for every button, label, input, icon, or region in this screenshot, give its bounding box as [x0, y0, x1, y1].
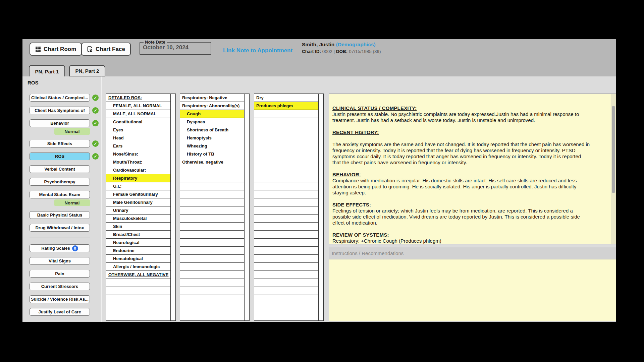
list-row-empty: [254, 126, 319, 134]
sidebar-row: Client Has Symptoms of✓: [30, 107, 99, 114]
list-row-empty: [106, 287, 171, 295]
list-row-hematological[interactable]: Hematological: [106, 255, 171, 263]
scrollbar[interactable]: [170, 94, 175, 320]
sidebar-item-rating-scales[interactable]: Rating Scales0: [30, 244, 90, 252]
list-row-empty: [180, 166, 245, 174]
list-row-empty: [180, 311, 245, 319]
note-date-value[interactable]: October 10, 2024: [143, 44, 211, 51]
list-row-respiratory-negative[interactable]: Respiratory: Negative: [180, 94, 245, 102]
list-row-male-genitourinary[interactable]: Male Genitourinary: [106, 198, 171, 206]
sidebar-item-basic-physical-status[interactable]: Basic Physical Status: [30, 211, 90, 219]
list-row-constitutional[interactable]: Constitutional: [106, 118, 171, 126]
list-row-neurological[interactable]: Neurological: [106, 239, 171, 247]
chart-face-button[interactable]: Chart Face: [81, 43, 131, 56]
list-row-empty: [254, 174, 319, 182]
list-row-head[interactable]: Head: [106, 134, 171, 142]
sidebar-item-side-effects[interactable]: Side Effects: [30, 140, 90, 147]
list-row-respiratory[interactable]: Respiratory: [106, 174, 171, 182]
sidebar-item-verbal-content[interactable]: Verbal Content: [30, 165, 90, 173]
list-row-empty: [180, 190, 245, 198]
note-date-field[interactable]: Note Date October 10, 2024: [140, 40, 211, 55]
list-row-hemoptysis[interactable]: Hemoptysis: [180, 134, 245, 142]
list-row-skin[interactable]: Skin: [106, 223, 171, 231]
note-section-body: Feelings of tension or anxiety; which Ju…: [332, 208, 591, 226]
list-row-empty: [254, 215, 319, 223]
chart-room-button[interactable]: Chart Room: [30, 43, 82, 56]
section-sidebar: Clinical Status / Complexi...✓Client Has…: [30, 94, 99, 316]
list-row-produces-phlegm[interactable]: Produces phlegm: [254, 102, 319, 110]
list-row-history-of-tb[interactable]: History of TB: [180, 150, 245, 158]
list-row-dyspnea[interactable]: Dyspnea: [180, 118, 245, 126]
sidebar-item-current-stressors[interactable]: Current Stressors: [30, 283, 90, 290]
sidebar-row: Verbal Content: [30, 165, 99, 173]
list-row-female-genitourinary[interactable]: Female Genitourinary: [106, 190, 171, 198]
list-row-empty: [254, 190, 319, 198]
sidebar-item-psychotherapy[interactable]: Psychotherapy: [30, 178, 90, 186]
list-row-shortness-of-breath[interactable]: Shortness of Breath: [180, 126, 245, 134]
sidebar-row: Basic Physical Status: [30, 211, 99, 219]
sidebar-row: Vital Signs: [30, 257, 99, 265]
list-row-empty: [254, 198, 319, 206]
patient-header: Smith, Justin (Demographics) Chart ID: 0…: [302, 41, 381, 55]
list-row-empty: [180, 223, 245, 231]
list-row-g-i[interactable]: G.I.:: [106, 182, 171, 190]
list-row-mouth-throat[interactable]: Mouth/Throat:: [106, 158, 171, 166]
sidebar-item-label: Side Effects: [47, 141, 72, 146]
list-detailed-ros: DETAILED ROS:FEMALE, ALL NORMALMALE, ALL…: [106, 94, 176, 321]
list-row-empty: [180, 206, 245, 215]
sidebar-divider: [30, 238, 90, 238]
list-row-male-all-normal[interactable]: MALE, ALL NORMAL: [106, 110, 171, 118]
sidebar-item-behavior[interactable]: Behavior: [30, 119, 90, 127]
sidebar-item-label: ROS: [55, 154, 64, 159]
chart-room-label: Chart Room: [44, 46, 76, 53]
note-section-review-of-systems: REVIEW OF SYSTEMS:Respiratory: +Chronic …: [332, 232, 591, 244]
list-row-endocrine[interactable]: Endocrine: [106, 247, 171, 255]
scrollbar[interactable]: [318, 94, 323, 320]
list-row-ears[interactable]: Ears: [106, 142, 171, 150]
list-row-empty: [180, 198, 245, 206]
list-row-dry[interactable]: Dry: [254, 94, 319, 102]
scrollbar-thumb[interactable]: [612, 106, 615, 193]
list-row-empty: [180, 287, 245, 295]
demographics-link[interactable]: (Demographics): [336, 42, 376, 47]
list-row-empty: [180, 303, 245, 311]
sidebar-item-drug-withdrawal-intox[interactable]: Drug Withdrawal / Intox: [30, 224, 90, 232]
list-row-eyes[interactable]: Eyes: [106, 126, 171, 134]
list-row-wheezing[interactable]: Wheezing: [180, 142, 245, 150]
sidebar-item-vital-signs[interactable]: Vital Signs: [30, 257, 90, 265]
link-note-to-appointment-link[interactable]: Link Note to Appointment: [223, 47, 292, 54]
sidebar-item-client-has-symptoms-of[interactable]: Client Has Symptoms of: [30, 107, 90, 114]
sidebar-item-clinical-status-complexi[interactable]: Clinical Status / Complexi...: [30, 94, 90, 102]
instructions-textarea[interactable]: [329, 259, 616, 321]
list-row-empty: [254, 166, 319, 174]
list-row-otherwise-negative[interactable]: Otherwise, negative: [180, 158, 245, 166]
list-row-cough[interactable]: Cough: [180, 110, 245, 118]
sidebar-item-ros[interactable]: ROS: [30, 153, 90, 160]
list-row-musculoskeletal[interactable]: Musculoskeletal: [106, 215, 171, 223]
note-scrollbar[interactable]: [611, 94, 616, 244]
sidebar-item-suicide-violence-risk-as[interactable]: Suicide / Violence Risk As...: [30, 295, 90, 303]
list-row-empty: [106, 311, 171, 319]
list-row-breast-chest[interactable]: Breast/Chest: [106, 231, 171, 239]
document-person-icon: [87, 46, 93, 52]
tab-pn-part-2[interactable]: PN, Part 2: [69, 65, 105, 76]
sidebar-row: Behavior✓: [30, 119, 99, 127]
sidebar-row: Rating Scales0: [30, 244, 99, 252]
list-row-detailed-ros[interactable]: DETAILED ROS:: [106, 94, 171, 102]
check-circle-icon: ✓: [92, 107, 99, 114]
sidebar-item-justify-level-of-care[interactable]: Justify Level of Care: [30, 308, 90, 316]
note-text-panel[interactable]: CLINICAL STATUS / COMPLEXITY:Justin pres…: [329, 94, 616, 244]
list-row-otherwise-all-negative[interactable]: OTHERWISE, ALL NEGATIVE: [106, 271, 171, 279]
list-row-female-all-normal[interactable]: FEMALE, ALL NORMAL: [106, 102, 171, 110]
note-section-body: Justin presents as stable. No psychiatri…: [332, 111, 591, 123]
scrollbar[interactable]: [244, 94, 249, 320]
list-row-cardiovascular[interactable]: Cardiovascular:: [106, 166, 171, 174]
sidebar-item-mental-status-exam[interactable]: Mental Status Exam: [30, 191, 90, 198]
tab-pn-part-1[interactable]: PN, Part 1: [29, 65, 65, 77]
sidebar-row: Pain: [30, 270, 99, 278]
list-row-nose-sinus[interactable]: Nose/Sinus:: [106, 150, 171, 158]
list-row-respiratory-abnormality-s[interactable]: Respiratory: Abnormality(s): [180, 102, 245, 110]
list-row-allergic-immunologic[interactable]: Allergic / Immunologic: [106, 263, 171, 271]
sidebar-item-pain[interactable]: Pain: [30, 270, 90, 278]
list-row-urinary[interactable]: Urinary: [106, 206, 171, 215]
